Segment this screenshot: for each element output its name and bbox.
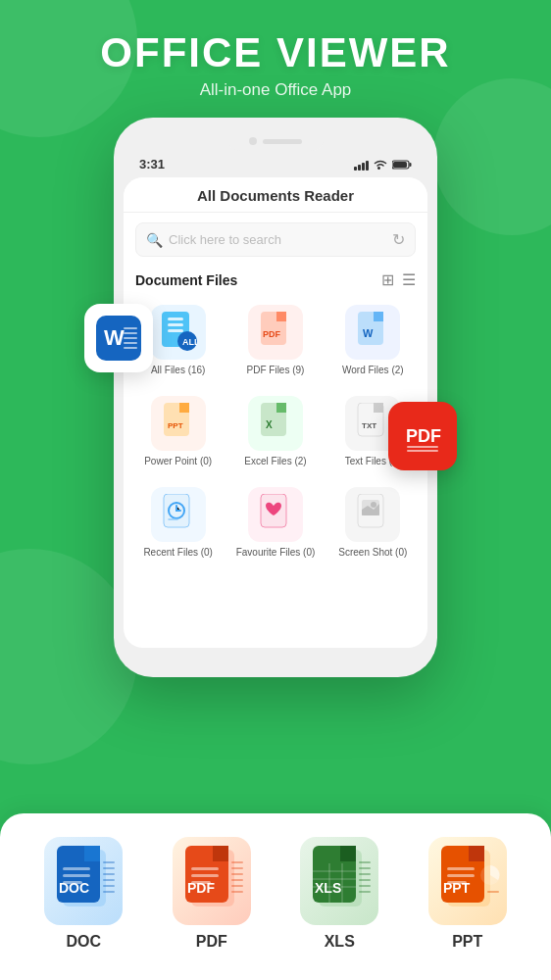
svg-rect-14 — [168, 318, 183, 320]
search-bar[interactable]: 🔍 Click here to search ↻ — [135, 222, 416, 257]
app-title: OFFICE VIEWER — [0, 29, 551, 76]
file-grid: ALL All Files (16) PDF — [124, 297, 427, 574]
wifi-icon — [373, 159, 388, 171]
app-header: OFFICE VIEWER All-in-one Office App — [0, 0, 551, 100]
svg-rect-84 — [447, 867, 475, 870]
svg-rect-9 — [407, 450, 438, 452]
notch-speaker — [263, 139, 302, 144]
svg-rect-20 — [276, 312, 286, 321]
bottom-card-doc[interactable]: DOC DOC — [44, 837, 123, 951]
phone-notch — [226, 131, 325, 151]
svg-rect-65 — [231, 891, 243, 893]
status-icons — [354, 159, 412, 171]
recent-files-icon — [151, 487, 206, 542]
svg-text:TXT: TXT — [362, 421, 376, 430]
file-item-pdf[interactable]: PDF PDF Files (9) — [228, 297, 322, 384]
file-item-excel[interactable]: X Excel Files (2) — [228, 388, 322, 475]
svg-rect-26 — [179, 403, 189, 413]
svg-rect-50 — [103, 879, 115, 881]
fav-files-icon — [248, 487, 303, 542]
all-files-label: All Files (16) — [151, 364, 206, 376]
xls-label: XLS — [325, 933, 355, 951]
svg-rect-2 — [124, 327, 137, 329]
svg-rect-44 — [63, 874, 90, 877]
svg-rect-15 — [168, 323, 183, 326]
file-item-fav[interactable]: Favourite Files (0) — [228, 479, 322, 566]
status-time: 3:31 — [139, 157, 165, 172]
phone-screen: All Documents Reader 🔍 Click here to sea… — [124, 177, 427, 648]
svg-rect-47 — [103, 861, 115, 863]
svg-text:X: X — [266, 419, 273, 430]
svg-rect-43 — [63, 867, 90, 870]
phone-mockup: W PDF 3:31 — [114, 118, 437, 677]
recent-files-label: Recent Files (0) — [143, 546, 213, 559]
bg-decoration-tr — [433, 78, 551, 235]
screenshot-files-label: Screen Shot (0) — [338, 546, 407, 559]
svg-rect-11 — [410, 163, 412, 167]
svg-text:PDF: PDF — [406, 426, 441, 446]
notch-camera — [249, 137, 257, 145]
status-bar: 3:31 — [124, 157, 427, 177]
file-item-ppt[interactable]: PPT Power Point (0) — [131, 388, 225, 475]
refresh-icon[interactable]: ↻ — [392, 230, 405, 249]
doc-label: DOC — [66, 933, 101, 951]
svg-text:PDF: PDF — [263, 329, 281, 339]
svg-rect-56 — [191, 867, 219, 870]
file-item-recent[interactable]: Recent Files (0) — [131, 479, 225, 566]
svg-rect-8 — [407, 446, 438, 448]
fav-files-label: Favourite Files (0) — [236, 546, 316, 559]
battery-icon — [392, 159, 412, 171]
bottom-card-ppt[interactable]: PPT PPT — [428, 837, 507, 951]
view-toggle: ⊞ ☰ — [381, 270, 416, 289]
svg-rect-55 — [213, 846, 228, 861]
svg-rect-23 — [374, 312, 383, 321]
xls-card-icon: XLS — [300, 837, 378, 925]
svg-rect-3 — [124, 332, 137, 334]
pdf-files-icon: PDF — [248, 305, 303, 360]
doc-section-title: Document Files — [135, 272, 237, 288]
svg-rect-80 — [359, 891, 371, 893]
svg-rect-49 — [103, 873, 115, 875]
svg-rect-78 — [359, 879, 371, 881]
svg-rect-16 — [168, 329, 183, 332]
svg-rect-75 — [359, 861, 371, 863]
svg-rect-32 — [374, 403, 383, 413]
grid-view-icon[interactable]: ⊞ — [381, 270, 394, 289]
bottom-format-cards: DOC DOC PDF — [0, 813, 551, 980]
bottom-card-pdf[interactable]: PDF PDF — [173, 837, 251, 951]
screenshot-files-icon — [345, 487, 400, 542]
word-files-label: Word Files (2) — [342, 364, 404, 376]
file-item-word[interactable]: W Word Files (2) — [326, 297, 420, 384]
svg-rect-4 — [124, 337, 137, 339]
svg-rect-52 — [103, 891, 115, 893]
ppt-files-label: Power Point (0) — [144, 455, 212, 467]
ppt-label: PPT — [452, 933, 482, 951]
svg-rect-79 — [359, 885, 371, 887]
signal-icon — [354, 159, 369, 171]
svg-text:PPT: PPT — [443, 880, 471, 896]
float-word-icon: W — [84, 304, 153, 372]
svg-rect-42 — [84, 846, 100, 861]
svg-rect-83 — [469, 846, 484, 861]
svg-rect-51 — [103, 885, 115, 887]
svg-rect-64 — [231, 885, 243, 887]
screen-header: All Documents Reader — [124, 177, 427, 213]
bottom-card-xls[interactable]: XLS XLS — [300, 837, 378, 951]
svg-rect-60 — [231, 861, 243, 863]
svg-text:XLS: XLS — [315, 880, 341, 896]
all-files-icon: ALL — [151, 305, 206, 360]
phone-body: 3:31 — [114, 118, 437, 677]
svg-rect-89 — [487, 891, 499, 893]
svg-text:ALL: ALL — [182, 337, 197, 347]
svg-text:DOC: DOC — [59, 880, 89, 896]
svg-rect-63 — [231, 879, 243, 881]
svg-rect-61 — [231, 867, 243, 869]
svg-point-39 — [371, 502, 376, 508]
file-item-screenshot[interactable]: Screen Shot (0) — [326, 479, 420, 566]
svg-rect-6 — [124, 347, 137, 349]
ppt-files-icon: PPT — [151, 396, 206, 451]
svg-rect-62 — [231, 873, 243, 875]
float-pdf-icon: PDF — [388, 402, 457, 470]
svg-rect-29 — [276, 403, 286, 413]
list-view-icon[interactable]: ☰ — [402, 270, 416, 289]
